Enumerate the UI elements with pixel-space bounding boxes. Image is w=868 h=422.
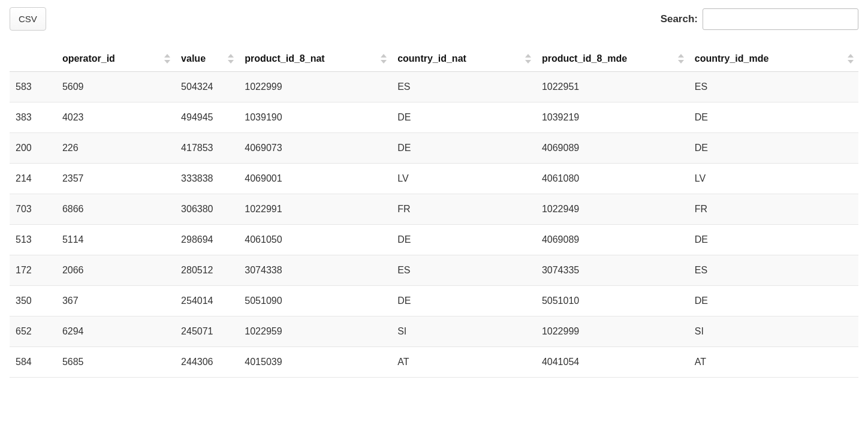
cell-product-id-8-nat: 1039190 bbox=[239, 103, 391, 133]
cell-product-id-8-nat: 1022999 bbox=[239, 72, 391, 103]
cell-product-id-8-mde: 1022949 bbox=[536, 194, 689, 225]
cell-rownum: 172 bbox=[10, 255, 56, 286]
cell-operator-id: 6294 bbox=[56, 316, 175, 347]
cell-operator-id: 5114 bbox=[56, 225, 175, 255]
cell-value: 254014 bbox=[175, 286, 239, 316]
cell-country-id-nat: DE bbox=[391, 286, 536, 316]
cell-rownum: 383 bbox=[10, 103, 56, 133]
sort-icon bbox=[381, 54, 387, 64]
cell-operator-id: 5609 bbox=[56, 72, 175, 103]
column-header-label: value bbox=[181, 53, 206, 64]
cell-country-id-nat: SI bbox=[391, 316, 536, 347]
cell-rownum: 350 bbox=[10, 286, 56, 316]
cell-country-id-nat: DE bbox=[391, 133, 536, 164]
cell-product-id-8-mde: 5051010 bbox=[536, 286, 689, 316]
cell-product-id-8-nat: 5051090 bbox=[239, 286, 391, 316]
cell-rownum: 214 bbox=[10, 164, 56, 194]
table-row: 3503672540145051090DE5051010DE bbox=[10, 286, 858, 316]
cell-value: 306380 bbox=[175, 194, 239, 225]
cell-operator-id: 4023 bbox=[56, 103, 175, 133]
cell-rownum: 200 bbox=[10, 133, 56, 164]
sort-icon bbox=[525, 54, 531, 64]
table-row: 58456852443064015039AT4041054AT bbox=[10, 347, 858, 378]
cell-country-id-mde: ES bbox=[689, 255, 858, 286]
column-header-product-id-8-mde[interactable]: product_id_8_mde bbox=[536, 46, 689, 72]
cell-rownum: 583 bbox=[10, 72, 56, 103]
cell-country-id-mde: DE bbox=[689, 286, 858, 316]
search-label: Search: bbox=[661, 13, 698, 25]
cell-product-id-8-nat: 3074338 bbox=[239, 255, 391, 286]
cell-product-id-8-nat: 4069073 bbox=[239, 133, 391, 164]
cell-country-id-nat: ES bbox=[391, 255, 536, 286]
toolbar: CSV Search: bbox=[10, 7, 858, 31]
column-header-country-id-mde[interactable]: country_id_mde bbox=[689, 46, 858, 72]
cell-product-id-8-nat: 4069001 bbox=[239, 164, 391, 194]
table-body: 58356095043241022999ES1022951ES383402349… bbox=[10, 72, 858, 378]
cell-product-id-8-mde: 4069089 bbox=[536, 225, 689, 255]
table-row: 65262942450711022959SI1022999SI bbox=[10, 316, 858, 347]
cell-country-id-nat: DE bbox=[391, 225, 536, 255]
cell-country-id-nat: ES bbox=[391, 72, 536, 103]
cell-product-id-8-nat: 1022959 bbox=[239, 316, 391, 347]
cell-country-id-nat: AT bbox=[391, 347, 536, 378]
cell-country-id-mde: DE bbox=[689, 133, 858, 164]
column-header-label: country_id_nat bbox=[397, 53, 466, 64]
cell-value: 244306 bbox=[175, 347, 239, 378]
sort-icon bbox=[164, 54, 170, 64]
column-header-product-id-8-nat[interactable]: product_id_8_nat bbox=[239, 46, 391, 72]
cell-value: 504324 bbox=[175, 72, 239, 103]
cell-product-id-8-nat: 4015039 bbox=[239, 347, 391, 378]
sort-icon bbox=[678, 54, 684, 64]
cell-country-id-mde: DE bbox=[689, 225, 858, 255]
column-header-country-id-nat[interactable]: country_id_nat bbox=[391, 46, 536, 72]
cell-rownum: 513 bbox=[10, 225, 56, 255]
table-row: 2002264178534069073DE4069089DE bbox=[10, 133, 858, 164]
column-header-label: country_id_mde bbox=[695, 53, 769, 64]
cell-country-id-mde: LV bbox=[689, 164, 858, 194]
search-wrap: Search: bbox=[661, 8, 858, 30]
table-row: 70368663063801022991FR1022949FR bbox=[10, 194, 858, 225]
cell-value: 417853 bbox=[175, 133, 239, 164]
csv-button[interactable]: CSV bbox=[10, 7, 46, 31]
table-row: 21423573338384069001LV4061080LV bbox=[10, 164, 858, 194]
data-table: operator_id value product_id_8_nat count… bbox=[10, 46, 858, 378]
cell-country-id-nat: FR bbox=[391, 194, 536, 225]
cell-value: 245071 bbox=[175, 316, 239, 347]
cell-rownum: 584 bbox=[10, 347, 56, 378]
column-header-value[interactable]: value bbox=[175, 46, 239, 72]
cell-product-id-8-nat: 4061050 bbox=[239, 225, 391, 255]
table-row: 58356095043241022999ES1022951ES bbox=[10, 72, 858, 103]
cell-product-id-8-nat: 1022991 bbox=[239, 194, 391, 225]
cell-rownum: 703 bbox=[10, 194, 56, 225]
table-head: operator_id value product_id_8_nat count… bbox=[10, 46, 858, 72]
cell-product-id-8-mde: 4061080 bbox=[536, 164, 689, 194]
cell-operator-id: 5685 bbox=[56, 347, 175, 378]
cell-value: 333838 bbox=[175, 164, 239, 194]
cell-country-id-nat: DE bbox=[391, 103, 536, 133]
cell-operator-id: 226 bbox=[56, 133, 175, 164]
cell-country-id-mde: AT bbox=[689, 347, 858, 378]
cell-country-id-mde: ES bbox=[689, 72, 858, 103]
cell-value: 280512 bbox=[175, 255, 239, 286]
search-input[interactable] bbox=[703, 8, 858, 30]
sort-icon bbox=[848, 54, 854, 64]
column-header-operator-id[interactable]: operator_id bbox=[56, 46, 175, 72]
cell-value: 494945 bbox=[175, 103, 239, 133]
cell-country-id-nat: LV bbox=[391, 164, 536, 194]
cell-rownum: 652 bbox=[10, 316, 56, 347]
sort-icon bbox=[228, 54, 234, 64]
cell-value: 298694 bbox=[175, 225, 239, 255]
cell-operator-id: 6866 bbox=[56, 194, 175, 225]
column-header-rownum bbox=[10, 46, 56, 72]
column-header-label: operator_id bbox=[62, 53, 115, 64]
cell-product-id-8-mde: 4069089 bbox=[536, 133, 689, 164]
cell-country-id-mde: SI bbox=[689, 316, 858, 347]
cell-operator-id: 367 bbox=[56, 286, 175, 316]
cell-product-id-8-mde: 1022951 bbox=[536, 72, 689, 103]
column-header-label: product_id_8_mde bbox=[542, 53, 627, 64]
column-header-label: product_id_8_nat bbox=[245, 53, 324, 64]
cell-operator-id: 2357 bbox=[56, 164, 175, 194]
cell-product-id-8-mde: 1022999 bbox=[536, 316, 689, 347]
cell-operator-id: 2066 bbox=[56, 255, 175, 286]
cell-country-id-mde: FR bbox=[689, 194, 858, 225]
